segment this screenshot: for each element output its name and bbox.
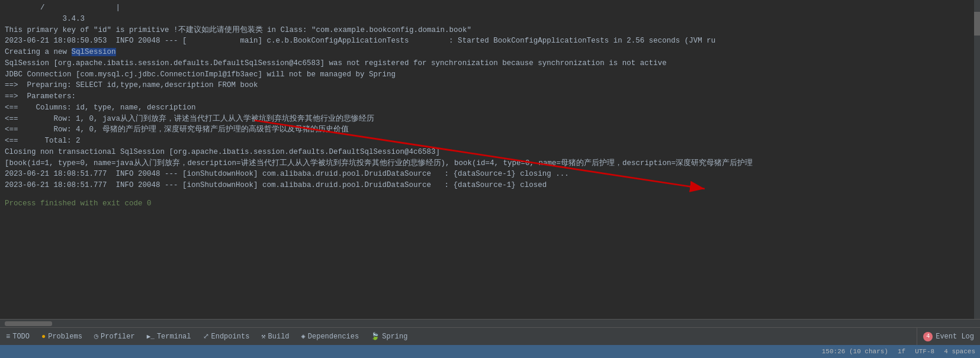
status-position: 150:26 (10 chars) <box>822 348 888 355</box>
console-line: 2023-06-21 18:08:51.777 INFO 20048 --- [… <box>5 169 975 180</box>
scrollbar[interactable] <box>974 0 980 319</box>
scrollbar-thumb[interactable] <box>974 12 980 36</box>
toolbar-item-endpoints[interactable]: ⤢ Endpoints <box>197 328 256 345</box>
status-line-col: 1f <box>898 348 905 355</box>
todo-label: TODO <box>12 333 30 341</box>
problems-icon: ● <box>41 333 46 341</box>
toolbar-item-profiler[interactable]: ◷ Profiler <box>88 328 141 345</box>
dependencies-icon: ◈ <box>301 332 306 341</box>
console-line: ==> Preparing: SELECT id,type,name,descr… <box>5 80 975 91</box>
event-log-button[interactable]: 4 Event Log <box>917 327 980 345</box>
toolbar-item-terminal[interactable]: ▶_ Terminal <box>141 328 197 345</box>
console-line: 2023-06-21 18:08:51.777 INFO 20048 --- [… <box>5 180 975 191</box>
console-lines: / | 3.4.3 This primary key of "id" is pr… <box>5 2 975 209</box>
todo-icon: ≡ <box>6 333 10 341</box>
status-bar: 150:26 (10 chars) 1f UTF-8 4 spaces <box>0 345 980 358</box>
toolbar-item-problems[interactable]: ● Problems <box>36 328 88 345</box>
toolbar-item-todo[interactable]: ≡ TODO <box>0 328 36 345</box>
console-area: / | 3.4.3 This primary key of "id" is pr… <box>0 0 980 319</box>
endpoints-label: Endpoints <box>211 333 250 341</box>
process-finished-line: Process finished with exit code 0 <box>5 198 975 209</box>
toolbar-item-spring[interactable]: 🍃 Spring <box>365 328 413 345</box>
endpoints-icon: ⤢ <box>203 332 209 341</box>
console-line-sqlsession: Creating a new SqlSession <box>5 47 975 58</box>
toolbar-item-build[interactable]: ⚒ Build <box>255 328 295 345</box>
horizontal-scrollbar-thumb[interactable] <box>5 321 52 326</box>
console-line-parameters: ==> Parameters: <box>5 91 975 102</box>
terminal-label: Terminal <box>157 333 191 341</box>
status-indent: 4 spaces <box>944 348 975 355</box>
console-line: [book(id=1, type=0, name=java从入门到放弃，desc… <box>5 158 975 169</box>
console-line: 2023-06-21 18:08:50.953 INFO 20048 --- [… <box>5 36 975 47</box>
console-line: <== Row: 1, 0, java从入门到放弃，讲述当代打工人从入学被坑到弃… <box>5 114 975 125</box>
console-line: JDBC Connection [com.mysql.cj.jdbc.Conne… <box>5 69 975 80</box>
spring-label: Spring <box>382 333 407 341</box>
profiler-label: Profiler <box>101 333 135 341</box>
bottom-toolbar-row: ≡ TODO ● Problems ◷ Profiler ▶_ Terminal… <box>0 327 980 345</box>
horizontal-scrollbar-area <box>0 319 980 327</box>
console-line: <== Columns: id, type, name, description <box>5 102 975 114</box>
terminal-icon: ▶_ <box>147 333 155 340</box>
event-log-label: Event Log <box>936 333 974 341</box>
build-icon: ⚒ <box>261 332 265 341</box>
status-encoding: UTF-8 <box>915 348 934 355</box>
console-line: / | <box>5 2 975 14</box>
problems-label: Problems <box>48 333 82 341</box>
highlighted-text: SqlSession <box>72 48 116 56</box>
event-log-badge: 4 <box>923 332 933 341</box>
spring-icon: 🍃 <box>371 332 380 341</box>
console-line: SqlSession [org.apache.ibatis.session.de… <box>5 58 975 69</box>
profiler-icon: ◷ <box>94 332 98 341</box>
toolbar-item-dependencies[interactable]: ◈ Dependencies <box>295 328 365 345</box>
build-label: Build <box>268 333 290 341</box>
console-line: This primary key of "id" is primitive !不… <box>5 25 975 36</box>
console-line: Closing non transactional SqlSession [or… <box>5 147 975 158</box>
console-line: <== Total: 2 <box>5 136 975 147</box>
dependencies-label: Dependencies <box>308 333 359 341</box>
toolbar-left: ≡ TODO ● Problems ◷ Profiler ▶_ Terminal… <box>0 327 917 345</box>
console-line: 3.4.3 <box>5 14 975 25</box>
console-line: <== Row: 4, 0, 母猪的产后护理，深度研究母猪产后护理的高级哲学以及… <box>5 124 975 136</box>
